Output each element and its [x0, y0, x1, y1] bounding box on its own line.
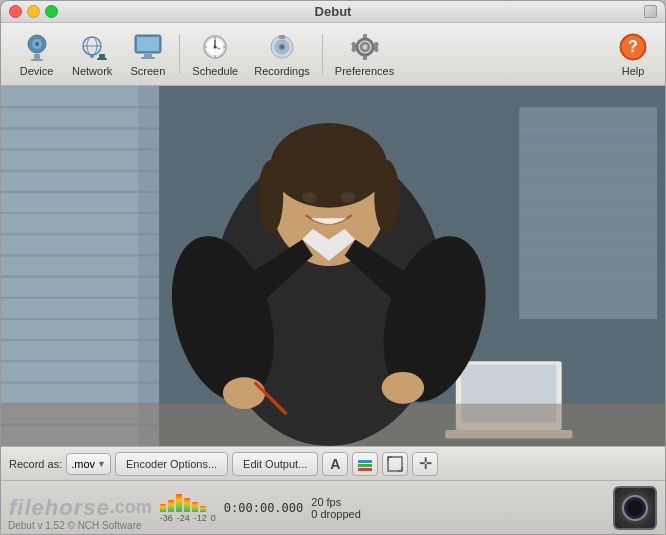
- svg-point-19: [214, 46, 217, 49]
- separator-2: [322, 34, 323, 74]
- svg-point-89: [223, 377, 265, 409]
- format-select[interactable]: .mov ▼: [66, 453, 111, 475]
- device-label: Device: [20, 65, 54, 77]
- schedule-icon: [199, 31, 231, 63]
- toolbar-item-network[interactable]: Network: [64, 27, 120, 81]
- preferences-label: Preferences: [335, 65, 394, 77]
- edit-output-button[interactable]: Edit Output...: [232, 452, 318, 476]
- toolbar-item-schedule[interactable]: Schedule: [184, 27, 246, 81]
- toolbar-item-screen[interactable]: Screen: [120, 27, 175, 81]
- camera-lens: [622, 495, 648, 521]
- screen-label: Screen: [130, 65, 165, 77]
- fps-value: 20 fps: [311, 496, 361, 508]
- controls-bar: Record as: .mov ▼ Encoder Options... Edi…: [1, 446, 665, 480]
- svg-rect-94: [358, 468, 372, 471]
- meter-bar-2: [168, 500, 174, 512]
- video-preview: [1, 86, 665, 446]
- svg-rect-14: [141, 57, 155, 59]
- network-label: Network: [72, 65, 112, 77]
- svg-rect-92: [358, 460, 372, 463]
- toolbar-item-help[interactable]: ? Help: [609, 27, 657, 81]
- recordings-icon: [266, 31, 298, 63]
- svg-rect-95: [388, 457, 402, 471]
- meter-label-3: -12: [194, 513, 207, 523]
- meter-label-1: -36: [160, 513, 173, 523]
- text-icon: A: [330, 456, 340, 472]
- network-icon: [76, 31, 108, 63]
- svg-rect-12: [137, 37, 159, 51]
- separator-1: [179, 34, 180, 74]
- resize-icon: [387, 456, 403, 472]
- watermark-text: filehorse: [9, 495, 110, 521]
- minimize-button[interactable]: [27, 5, 40, 18]
- svg-point-30: [362, 45, 367, 50]
- color-adjust-button[interactable]: [352, 452, 378, 476]
- camera-button[interactable]: [613, 486, 657, 530]
- preferences-icon: [349, 31, 381, 63]
- svg-point-2: [35, 42, 39, 46]
- help-label: Help: [622, 65, 645, 77]
- svg-point-8: [90, 54, 94, 58]
- svg-point-90: [382, 372, 424, 404]
- fps-display: 20 fps 0 dropped: [311, 496, 361, 520]
- close-button[interactable]: [9, 5, 22, 18]
- dropped-value: 0 dropped: [311, 508, 361, 520]
- recordings-label: Recordings: [254, 65, 310, 77]
- watermark-area: filehorse .com: [9, 495, 152, 521]
- format-value: .mov: [71, 458, 95, 470]
- svg-rect-3: [34, 54, 40, 59]
- toolbar: Device Network: [1, 23, 665, 86]
- svg-rect-45: [1, 86, 138, 446]
- window-controls: [9, 5, 58, 18]
- select-arrow-icon: ▼: [97, 459, 106, 469]
- svg-point-80: [258, 160, 283, 234]
- status-bar: filehorse .com -36 -24 -12 0: [1, 480, 665, 534]
- svg-rect-10: [97, 58, 107, 60]
- meter-bar-5: [192, 502, 198, 512]
- svg-point-82: [302, 192, 317, 203]
- device-icon: [21, 31, 53, 63]
- meter-bars: [160, 492, 206, 512]
- version-label: Debut v 1.52 © NCH Software: [8, 520, 142, 531]
- svg-point-79: [271, 123, 387, 208]
- svg-point-27: [281, 46, 284, 49]
- timecode-display: 0:00:00.000: [224, 501, 303, 515]
- add-icon: ✛: [419, 456, 432, 472]
- main-window: Debut Device: [0, 0, 666, 535]
- video-preview-area: [1, 86, 665, 446]
- meter-labels: -36 -24 -12 0: [160, 513, 216, 523]
- meter-bar-1: [160, 504, 166, 512]
- svg-point-81: [374, 160, 399, 234]
- meter-label-4: 0: [211, 513, 216, 523]
- encoder-options-button[interactable]: Encoder Options...: [115, 452, 228, 476]
- resize-handle: [644, 5, 657, 18]
- watermark-com: .com: [110, 497, 152, 518]
- record-as-label: Record as:: [9, 458, 62, 470]
- camera-icon: [613, 486, 657, 530]
- svg-rect-13: [144, 54, 152, 57]
- toolbar-item-preferences[interactable]: Preferences: [327, 27, 402, 81]
- maximize-button[interactable]: [45, 5, 58, 18]
- color-adjust-icon: [357, 456, 373, 472]
- svg-point-83: [340, 192, 355, 203]
- svg-rect-28: [279, 35, 285, 39]
- help-icon: ?: [617, 31, 649, 63]
- toolbar-item-device[interactable]: Device: [9, 27, 64, 81]
- meter-bar-3: [176, 494, 182, 512]
- toolbar-item-recordings[interactable]: Recordings: [246, 27, 318, 81]
- add-button[interactable]: ✛: [412, 452, 438, 476]
- text-overlay-button[interactable]: A: [322, 452, 348, 476]
- timecode-value: 0:00:00.000: [224, 501, 303, 515]
- meter-bar-6: [200, 506, 206, 512]
- meter-label-2: -24: [177, 513, 190, 523]
- svg-text:?: ?: [628, 38, 638, 55]
- svg-rect-93: [358, 464, 372, 467]
- resize-button[interactable]: [382, 452, 408, 476]
- meter-bar-4: [184, 498, 190, 512]
- audio-meter: -36 -24 -12 0: [160, 492, 216, 523]
- svg-rect-4: [31, 59, 43, 61]
- window-title: Debut: [315, 4, 352, 19]
- titlebar: Debut: [1, 1, 665, 23]
- screen-icon: [132, 31, 164, 63]
- schedule-label: Schedule: [192, 65, 238, 77]
